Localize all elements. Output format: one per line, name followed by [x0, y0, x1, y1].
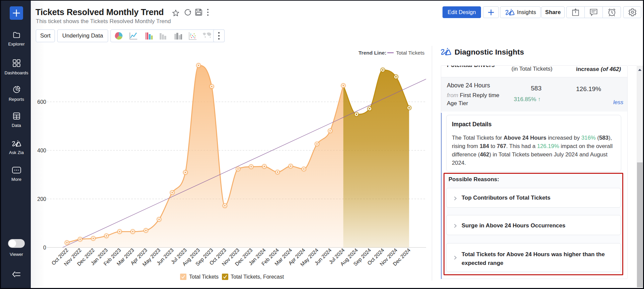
svg-text:Trend Line:: Trend Line:: [358, 50, 387, 56]
svg-text:600: 600: [37, 99, 46, 105]
svg-text:400: 400: [37, 148, 46, 153]
svg-text:Total Tickets, Forecast: Total Tickets, Forecast: [231, 274, 284, 280]
svg-text:Total Tickets: Total Tickets: [396, 50, 425, 56]
svg-text:Total Tickets: Total Tickets: [189, 274, 219, 280]
svg-text:0: 0: [43, 245, 46, 250]
svg-text:200: 200: [37, 196, 46, 202]
